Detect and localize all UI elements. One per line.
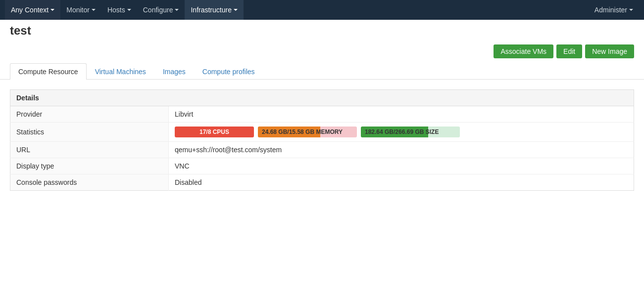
- tab-virtual-machines[interactable]: Virtual Machines: [87, 63, 154, 80]
- console-passwords-value: Disabled: [169, 174, 634, 191]
- hosts-caret-icon: [127, 9, 131, 11]
- nav-administer[interactable]: Administer: [589, 0, 639, 20]
- toolbar: Associate VMs Edit New Image: [0, 40, 644, 63]
- nav-hosts[interactable]: Hosts: [101, 0, 137, 20]
- cpu-bar: 17/8 CPUS: [175, 127, 254, 137]
- display-type-value: VNC: [169, 158, 634, 174]
- new-image-button[interactable]: New Image: [585, 44, 634, 58]
- nav-monitor[interactable]: Monitor: [60, 0, 101, 20]
- tab-images[interactable]: Images: [154, 63, 194, 80]
- provider-value: Libvirt: [169, 106, 634, 123]
- associate-vms-button[interactable]: Associate VMs: [494, 44, 553, 58]
- table-row: Provider Libvirt: [10, 106, 634, 123]
- any-context-caret-icon: [50, 9, 54, 11]
- memory-bar: 24.68 GB/15.58 GB MEMORY: [258, 127, 357, 137]
- display-type-key: Display type: [10, 158, 169, 174]
- page-title: test: [0, 20, 644, 40]
- console-passwords-key: Console passwords: [10, 174, 169, 191]
- tab-compute-resource[interactable]: Compute Resource: [10, 63, 87, 80]
- infrastructure-caret-icon: [234, 9, 238, 11]
- table-row: URL qemu+ssh://root@test.com/system: [10, 142, 634, 158]
- details-header: Details: [10, 90, 634, 106]
- table-row: Display type VNC: [10, 158, 634, 174]
- statistics-key: Statistics: [10, 123, 169, 142]
- statistics-value: 17/8 CPUS 24.68 GB/15.58 GB MEMORY 182.6…: [169, 123, 634, 142]
- details-table: Details Provider Libvirt Statistics 17/8…: [10, 89, 634, 191]
- nav-any-context[interactable]: Any Context: [5, 0, 60, 20]
- navbar-left: Any Context Monitor Hosts Configure Infr…: [5, 0, 589, 20]
- administer-caret-icon: [629, 9, 633, 11]
- edit-button[interactable]: Edit: [556, 44, 582, 58]
- nav-configure[interactable]: Configure: [137, 0, 185, 20]
- table-row: Statistics 17/8 CPUS 24.68 GB/15.58 GB M…: [10, 123, 634, 142]
- url-value: qemu+ssh://root@test.com/system: [169, 142, 634, 158]
- provider-key: Provider: [10, 106, 169, 123]
- tab-compute-profiles[interactable]: Compute profiles: [194, 63, 263, 80]
- stat-bars: 17/8 CPUS 24.68 GB/15.58 GB MEMORY 182.6…: [175, 127, 628, 137]
- table-row: Console passwords Disabled: [10, 174, 634, 191]
- nav-infrastructure[interactable]: Infrastructure: [185, 0, 243, 20]
- tabs-bar: Compute Resource Virtual Machines Images…: [0, 63, 644, 80]
- navbar-right: Administer: [589, 0, 639, 20]
- configure-caret-icon: [175, 9, 179, 11]
- content: Details Provider Libvirt Statistics 17/8…: [0, 80, 644, 201]
- size-bar: 182.64 GB/266.69 GB SIZE: [361, 127, 460, 137]
- monitor-caret-icon: [92, 9, 96, 11]
- navbar: Any Context Monitor Hosts Configure Infr…: [0, 0, 644, 20]
- url-key: URL: [10, 142, 169, 158]
